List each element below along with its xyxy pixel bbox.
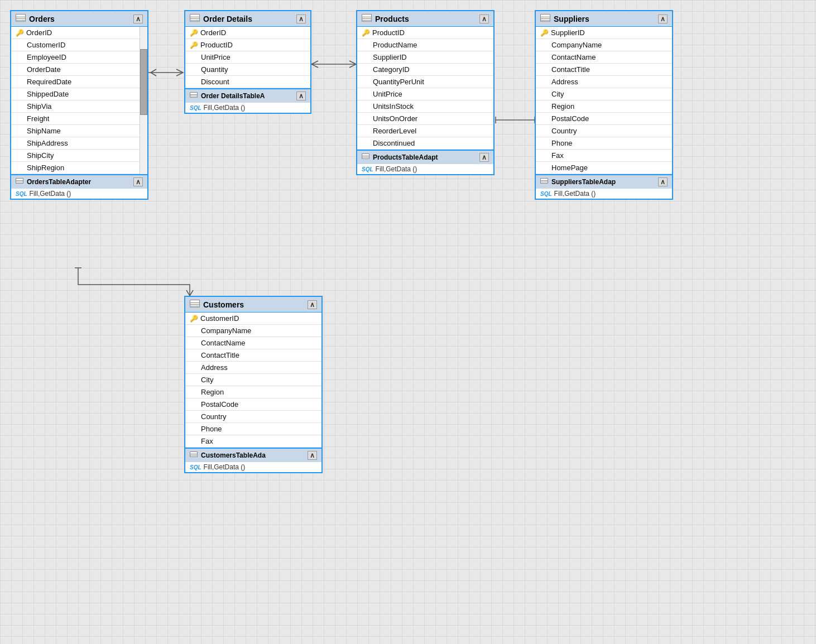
order-details-collapse[interactable]: ∧ xyxy=(296,15,306,23)
orders-table-header: Orders ∧ xyxy=(11,11,147,27)
svg-rect-10 xyxy=(16,21,25,21)
orders-table: Orders ∧ 🔑OrderID CustomerID EmployeeID … xyxy=(10,10,148,200)
suppliers-table: Suppliers ∧ 🔑SupplierID CompanyName Cont… xyxy=(535,10,673,200)
svg-rect-32 xyxy=(362,158,369,159)
svg-rect-26 xyxy=(362,17,371,18)
field-row: QuantityPerUnit xyxy=(357,76,493,88)
orders-title: Orders xyxy=(29,15,55,23)
customers-adapter-label: CustomersTableAda xyxy=(201,451,266,459)
sql-icon: SQL xyxy=(540,191,552,197)
svg-rect-37 xyxy=(541,21,550,21)
field-row: EmployeeID xyxy=(11,51,140,64)
suppliers-header: Suppliers ∧ xyxy=(536,11,672,27)
svg-rect-28 xyxy=(362,21,371,21)
order-details-adapter-collapse[interactable]: ∧ xyxy=(296,92,306,100)
field-row: ProductName xyxy=(357,39,493,51)
svg-rect-34 xyxy=(541,15,550,17)
field-row: ContactName xyxy=(185,337,321,349)
customers-collapse[interactable]: ∧ xyxy=(308,300,317,309)
field-row: HomePage xyxy=(536,162,672,174)
field-row: ShipVia xyxy=(11,100,140,113)
products-method-label: Fill,GetData () xyxy=(376,165,417,173)
customers-method-label: Fill,GetData () xyxy=(204,463,246,471)
order-details-adapter-label: Order DetailsTableA xyxy=(201,92,265,100)
products-adapter-header: ProductsTableAdapt ∧ xyxy=(357,150,493,164)
pk-icon: 🔑 xyxy=(190,29,198,37)
order-details-adapter-header: Order DetailsTableA ∧ xyxy=(185,88,310,103)
svg-rect-39 xyxy=(541,179,548,180)
field-row: City xyxy=(536,88,672,100)
svg-rect-36 xyxy=(541,19,550,20)
order-details-title: Order Details xyxy=(203,15,252,23)
products-adapter-collapse[interactable]: ∧ xyxy=(479,153,489,162)
field-row: ContactTitle xyxy=(536,64,672,76)
products-title: Products xyxy=(375,15,409,23)
orders-fields: 🔑OrderID CustomerID EmployeeID OrderDate… xyxy=(11,27,147,174)
svg-rect-49 xyxy=(190,454,197,455)
field-row: 🔑SupplierID xyxy=(536,27,672,39)
field-row: Freight xyxy=(11,113,140,125)
products-fields: 🔑ProductID ProductName SupplierID Catego… xyxy=(357,27,493,150)
suppliers-adapter-collapse[interactable]: ∧ xyxy=(658,177,668,186)
orders-collapse-btn[interactable]: ∧ xyxy=(133,15,143,23)
scrollbar[interactable] xyxy=(140,27,147,174)
svg-rect-7 xyxy=(16,15,25,17)
field-row: 🔑OrderID xyxy=(11,27,140,39)
adapter-icon xyxy=(190,92,199,100)
suppliers-adapter-label: SuppliersTableAdap xyxy=(551,178,616,186)
suppliers-collapse[interactable]: ∧ xyxy=(658,15,668,23)
adapter-icon xyxy=(190,451,199,459)
field-row: Address xyxy=(185,362,321,374)
field-row: Fax xyxy=(185,435,321,448)
field-row: Country xyxy=(185,411,321,423)
svg-rect-31 xyxy=(362,156,369,157)
products-collapse[interactable]: ∧ xyxy=(479,15,489,23)
orders-method-label: Fill,GetData () xyxy=(30,190,71,198)
svg-rect-35 xyxy=(541,17,550,18)
order-details-method-label: Fill,GetData () xyxy=(204,104,246,112)
customers-header: Customers ∧ xyxy=(185,297,321,313)
svg-rect-18 xyxy=(190,19,199,20)
field-row: Phone xyxy=(185,423,321,435)
field-row: UnitPrice xyxy=(357,88,493,100)
field-row: UnitPrice xyxy=(185,51,310,64)
adapter-icon xyxy=(540,178,549,186)
svg-rect-16 xyxy=(190,15,199,17)
svg-rect-22 xyxy=(190,95,197,96)
designer-canvas: Orders ∧ 🔑OrderID CustomerID EmployeeID … xyxy=(0,0,816,644)
order-details-icon xyxy=(190,14,200,23)
field-row: Quantity xyxy=(185,64,310,76)
field-row: CompanyName xyxy=(185,325,321,337)
svg-rect-44 xyxy=(190,303,199,304)
orders-adapter-collapse[interactable]: ∧ xyxy=(133,177,143,186)
products-adapter-label: ProductsTableAdapt xyxy=(373,153,438,161)
svg-rect-14 xyxy=(16,182,23,184)
svg-rect-45 xyxy=(190,305,199,306)
svg-rect-21 xyxy=(190,93,197,94)
field-row: 🔑ProductID xyxy=(357,27,493,39)
field-row: ContactName xyxy=(536,51,672,64)
orders-adapter-label: OrdersTableAdapter xyxy=(27,178,91,186)
pk-icon: 🔑 xyxy=(16,29,24,37)
svg-rect-8 xyxy=(16,17,25,18)
field-row: 🔑CustomerID xyxy=(185,313,321,325)
sql-icon: SQL xyxy=(190,105,201,111)
field-row: 🔑ProductID xyxy=(185,39,310,51)
field-row: ShipRegion xyxy=(11,162,140,174)
svg-rect-46 xyxy=(190,306,199,307)
field-row: OrderDate xyxy=(11,64,140,76)
customers-adapter-collapse[interactable]: ∧ xyxy=(308,451,317,460)
order-details-fields: 🔑OrderID 🔑ProductID UnitPrice Quantity D… xyxy=(185,27,310,88)
field-row: ShipAddress xyxy=(11,137,140,150)
products-method: SQL Fill,GetData () xyxy=(357,164,493,174)
customers-title: Customers xyxy=(203,300,244,309)
scrollbar-thumb[interactable] xyxy=(140,49,147,116)
svg-rect-19 xyxy=(190,21,199,21)
field-row: Fax xyxy=(536,150,672,162)
customers-icon xyxy=(190,300,200,309)
suppliers-adapter-header: SuppliersTableAdap ∧ xyxy=(536,174,672,189)
customers-fields: 🔑CustomerID CompanyName ContactName Cont… xyxy=(185,313,321,448)
field-row: ReorderLevel xyxy=(357,125,493,137)
customers-method: SQL Fill,GetData () xyxy=(185,462,321,472)
pk-icon: 🔑 xyxy=(362,29,370,37)
